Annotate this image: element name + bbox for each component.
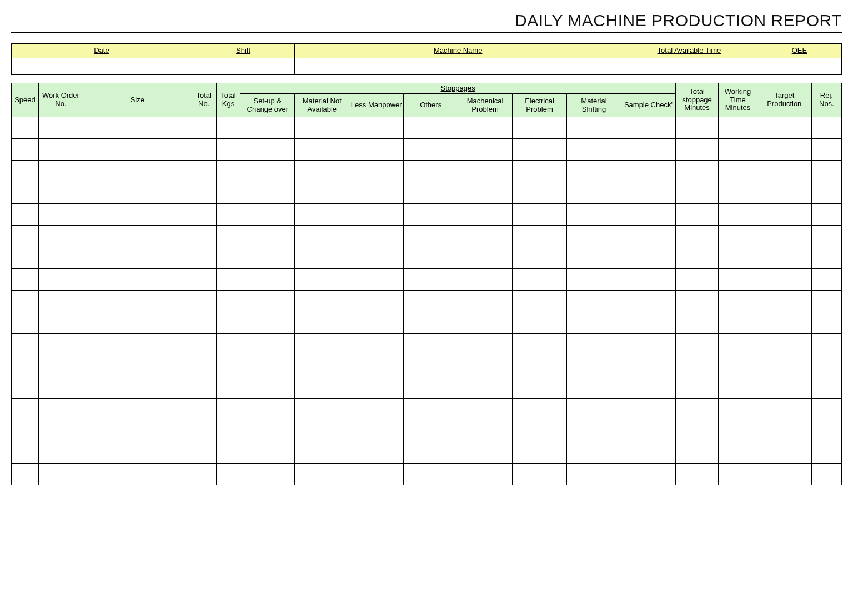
table-cell[interactable] (458, 117, 513, 139)
table-cell[interactable] (621, 291, 675, 312)
table-cell[interactable] (12, 182, 39, 204)
table-cell[interactable] (811, 312, 841, 334)
table-cell[interactable] (458, 269, 513, 291)
table-cell[interactable] (295, 291, 349, 312)
table-cell[interactable] (404, 117, 458, 139)
table-cell[interactable] (192, 442, 216, 464)
table-cell[interactable] (38, 204, 83, 226)
table-cell[interactable] (38, 117, 83, 139)
table-cell[interactable] (216, 161, 240, 182)
table-cell[interactable] (240, 139, 295, 161)
table-cell[interactable] (719, 464, 757, 485)
table-cell[interactable] (458, 355, 513, 377)
table-cell[interactable] (811, 182, 841, 204)
table-cell[interactable] (83, 117, 192, 139)
table-cell[interactable] (675, 226, 718, 247)
info-value-total-available-time[interactable] (621, 58, 757, 75)
table-cell[interactable] (12, 355, 39, 377)
table-cell[interactable] (12, 269, 39, 291)
table-cell[interactable] (675, 247, 718, 269)
table-cell[interactable] (404, 464, 458, 485)
table-cell[interactable] (675, 291, 718, 312)
table-cell[interactable] (349, 442, 404, 464)
table-cell[interactable] (38, 334, 83, 355)
table-cell[interactable] (12, 117, 39, 139)
table-cell[interactable] (12, 464, 39, 485)
table-cell[interactable] (404, 182, 458, 204)
table-cell[interactable] (811, 226, 841, 247)
table-cell[interactable] (216, 269, 240, 291)
table-cell[interactable] (757, 247, 811, 269)
table-cell[interactable] (675, 182, 718, 204)
table-cell[interactable] (757, 420, 811, 442)
table-cell[interactable] (83, 399, 192, 420)
table-cell[interactable] (675, 334, 718, 355)
table-cell[interactable] (83, 291, 192, 312)
table-cell[interactable] (757, 377, 811, 399)
table-cell[interactable] (404, 334, 458, 355)
table-cell[interactable] (83, 139, 192, 161)
table-cell[interactable] (404, 204, 458, 226)
table-cell[interactable] (513, 247, 567, 269)
table-cell[interactable] (811, 247, 841, 269)
table-cell[interactable] (404, 312, 458, 334)
table-cell[interactable] (12, 139, 39, 161)
table-cell[interactable] (295, 204, 349, 226)
table-cell[interactable] (566, 399, 621, 420)
table-cell[interactable] (719, 399, 757, 420)
table-cell[interactable] (757, 291, 811, 312)
table-cell[interactable] (192, 464, 216, 485)
table-cell[interactable] (404, 247, 458, 269)
table-cell[interactable] (295, 464, 349, 485)
table-cell[interactable] (216, 442, 240, 464)
table-cell[interactable] (240, 399, 295, 420)
table-cell[interactable] (566, 464, 621, 485)
table-cell[interactable] (719, 291, 757, 312)
table-cell[interactable] (566, 442, 621, 464)
table-cell[interactable] (621, 117, 675, 139)
table-cell[interactable] (295, 182, 349, 204)
table-cell[interactable] (757, 464, 811, 485)
table-cell[interactable] (192, 204, 216, 226)
table-cell[interactable] (192, 182, 216, 204)
table-cell[interactable] (38, 291, 83, 312)
table-cell[interactable] (38, 464, 83, 485)
table-cell[interactable] (83, 161, 192, 182)
table-cell[interactable] (811, 355, 841, 377)
table-cell[interactable] (295, 247, 349, 269)
table-cell[interactable] (295, 161, 349, 182)
table-cell[interactable] (675, 139, 718, 161)
table-cell[interactable] (458, 226, 513, 247)
table-cell[interactable] (83, 312, 192, 334)
table-cell[interactable] (621, 139, 675, 161)
table-cell[interactable] (719, 442, 757, 464)
table-cell[interactable] (513, 117, 567, 139)
table-cell[interactable] (38, 420, 83, 442)
table-cell[interactable] (621, 247, 675, 269)
table-cell[interactable] (675, 377, 718, 399)
table-cell[interactable] (513, 420, 567, 442)
table-cell[interactable] (566, 420, 621, 442)
table-cell[interactable] (404, 399, 458, 420)
table-cell[interactable] (811, 269, 841, 291)
table-cell[interactable] (240, 247, 295, 269)
table-cell[interactable] (458, 399, 513, 420)
table-cell[interactable] (216, 399, 240, 420)
table-cell[interactable] (240, 464, 295, 485)
table-cell[interactable] (216, 247, 240, 269)
table-cell[interactable] (12, 377, 39, 399)
table-cell[interactable] (566, 355, 621, 377)
table-cell[interactable] (349, 247, 404, 269)
table-cell[interactable] (349, 226, 404, 247)
table-cell[interactable] (458, 161, 513, 182)
table-cell[interactable] (458, 377, 513, 399)
table-cell[interactable] (621, 204, 675, 226)
table-cell[interactable] (513, 161, 567, 182)
table-cell[interactable] (675, 312, 718, 334)
table-cell[interactable] (38, 377, 83, 399)
table-cell[interactable] (38, 182, 83, 204)
table-cell[interactable] (192, 139, 216, 161)
table-cell[interactable] (621, 226, 675, 247)
table-cell[interactable] (513, 204, 567, 226)
table-cell[interactable] (719, 182, 757, 204)
